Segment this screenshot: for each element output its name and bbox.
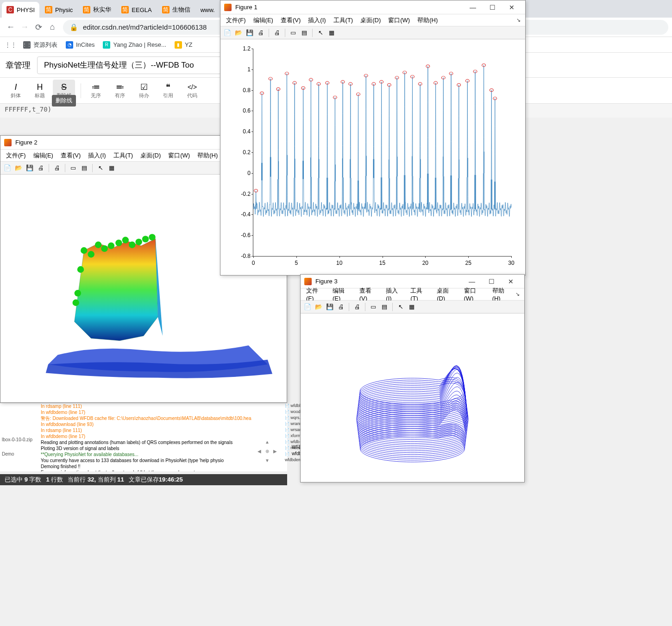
article-mgmt-label[interactable]: 章管理	[6, 60, 31, 71]
figure3-toolbar: 📄📂💾🖨🖨▭▤↖▦	[301, 300, 524, 313]
menu-item[interactable]: 查看(V)	[356, 287, 383, 302]
toolbar-button[interactable]: ▭	[68, 163, 78, 173]
toolbar-separator	[81, 83, 81, 98]
toolbar-button[interactable]: ↖	[95, 163, 106, 173]
left-column: lbox-0-10-0.zip Demo	[0, 435, 34, 458]
browser-tab[interactable]: 简EEGLA	[117, 2, 156, 18]
figure1-plot	[253, 49, 511, 256]
browser-tab[interactable]: 简Physic	[40, 2, 77, 18]
menu-item[interactable]: 编辑(E)	[250, 16, 277, 25]
toolbar-button[interactable]: ▦	[107, 163, 117, 173]
article-title-input[interactable]	[37, 56, 222, 74]
menu-item[interactable]: 帮助(H)	[414, 16, 441, 25]
reload-button[interactable]: ⟳	[31, 20, 45, 34]
browser-tab[interactable]: www.	[196, 2, 220, 18]
toolbar-button[interactable]: 📄	[222, 28, 232, 38]
close-button[interactable]: ✕	[502, 1, 521, 14]
menu-item[interactable]: 工具(T)	[330, 16, 357, 25]
menu-item[interactable]: 窗口(W)	[164, 151, 194, 160]
toolbar-button[interactable]: 🖨	[336, 302, 346, 312]
bookmark-item[interactable]: ⋮⋮资源列表	[23, 41, 57, 49]
figure1-toolbar: 📄📂💾🖨🖨▭▤↖▦	[220, 26, 525, 39]
menu-item[interactable]: 文件(F)	[222, 16, 250, 25]
menu-item[interactable]: 查看(V)	[277, 16, 304, 25]
toolbar-button[interactable]: 💾	[25, 163, 35, 173]
toolbar-button[interactable]: 📄	[2, 163, 13, 173]
menu-item[interactable]: 插入(I)	[304, 16, 329, 25]
svg-point-10	[149, 234, 155, 240]
toolbar-button[interactable]: 📄	[302, 302, 313, 312]
ordered-list-button[interactable]: ≕ 有序	[109, 80, 131, 102]
strike-tooltip: 删除线	[52, 95, 76, 106]
unordered-list-button[interactable]: ≔ 无序	[85, 80, 107, 102]
figure1-canvas[interactable]: -0.8-0.6-0.4-0.200.20.40.60.811.20510152…	[220, 39, 525, 275]
toolbar-button[interactable]: ▦	[407, 302, 417, 312]
figure1-title: Figure 1	[235, 4, 463, 11]
browser-tab[interactable]: 简生物信	[157, 2, 195, 18]
toolbar-button[interactable]: 🖨	[272, 28, 282, 38]
lock-icon: 🔒	[69, 23, 78, 31]
browser-tab[interactable]: CPHYSI	[2, 2, 39, 18]
figure1-titlebar[interactable]: Figure 1 — ☐ ✕	[220, 0, 525, 14]
toolbar-button[interactable]: 💾	[245, 28, 255, 38]
toolbar-button[interactable]: ▭	[368, 302, 378, 312]
matlab-figure-1: Figure 1 — ☐ ✕ 文件(F)编辑(E)查看(V)插入(I)工具(T)…	[220, 0, 526, 275]
bookmark-item[interactable]: RYang Zhao | Rese...	[103, 41, 166, 49]
toolbar-button[interactable]: 💾	[325, 302, 335, 312]
toolbar-button[interactable]: ▤	[299, 28, 309, 38]
toolbar-button[interactable]: 📂	[233, 28, 244, 38]
svg-point-12	[73, 300, 79, 306]
toolbar-button[interactable]: 🖨	[352, 302, 362, 312]
menu-item[interactable]: 文件(F)	[2, 151, 30, 160]
menu-item[interactable]: 桌面(D)	[137, 151, 164, 160]
italic-button[interactable]: I 斜体	[5, 80, 27, 102]
menu-item[interactable]: 编辑(E)	[329, 287, 356, 302]
maximize-button[interactable]: ☐	[483, 1, 502, 14]
menu-item[interactable]: 帮助(H)	[194, 151, 221, 160]
heading-button[interactable]: H 标题	[29, 80, 51, 102]
svg-point-2	[95, 242, 101, 248]
toolbar-button[interactable]: 🖨	[256, 28, 266, 38]
home-button[interactable]: ⌂	[45, 20, 59, 34]
minimize-button[interactable]: —	[462, 275, 482, 288]
toolbar-button[interactable]: ▤	[79, 163, 89, 173]
svg-point-1	[88, 251, 94, 257]
toolbar-button[interactable]: 🖨	[36, 163, 46, 173]
menu-item[interactable]: 桌面(D)	[433, 287, 460, 302]
toolbar-button[interactable]: ↖	[396, 302, 406, 312]
menu-item[interactable]: 工具(T)	[110, 151, 137, 160]
toolbar-button[interactable]: 🖨	[52, 163, 62, 173]
menu-item[interactable]: 窗口(W)	[460, 287, 489, 302]
browser-tab[interactable]: 简秋实华	[78, 2, 116, 18]
close-button[interactable]: ✕	[501, 275, 521, 288]
bookmark-item[interactable]: ◔InCites	[66, 41, 94, 49]
code-button[interactable]: </> 代码	[181, 80, 203, 102]
menu-item[interactable]: 帮助(H)	[489, 287, 515, 302]
menu-item[interactable]: 窗口(W)	[384, 16, 414, 25]
toolbar-button[interactable]: ▭	[288, 28, 298, 38]
toolbar-button[interactable]: 📂	[13, 163, 24, 173]
maximize-button[interactable]: ☐	[482, 275, 501, 288]
toolbar-button[interactable]: 📂	[314, 302, 324, 312]
forward-button[interactable]: →	[18, 20, 31, 34]
menu-item[interactable]: 插入(I)	[382, 287, 407, 302]
menu-item[interactable]: 桌面(D)	[357, 16, 384, 25]
figure3-canvas[interactable]	[301, 313, 524, 482]
bookmark-item[interactable]: ▮YZ	[175, 41, 193, 49]
figure3-wireframe	[301, 313, 524, 482]
quote-button[interactable]: ❝ 引用	[157, 80, 179, 102]
todo-button[interactable]: ☑ 待办	[133, 80, 155, 102]
toolbar-button[interactable]: ▤	[379, 302, 389, 312]
menu-item[interactable]: 编辑(E)	[30, 151, 57, 160]
toolbar-button[interactable]: ▦	[327, 28, 337, 38]
minimize-button[interactable]: —	[463, 1, 483, 14]
pan-controls[interactable]: ▲ ◀⊕▶ ▼	[256, 437, 279, 465]
menu-item[interactable]: 查看(V)	[57, 151, 84, 160]
figure3-title: Figure 3	[315, 278, 462, 285]
menu-item[interactable]: 文件(F)	[302, 287, 329, 302]
matlab-console[interactable]: In rdsamp (line 111)In wfdbdemo (line 17…	[0, 403, 287, 471]
menu-item[interactable]: 插入(I)	[84, 151, 109, 160]
menu-item[interactable]: 工具(T)	[407, 287, 433, 302]
toolbar-button[interactable]: ↖	[315, 28, 326, 38]
back-button[interactable]: ←	[4, 20, 18, 34]
